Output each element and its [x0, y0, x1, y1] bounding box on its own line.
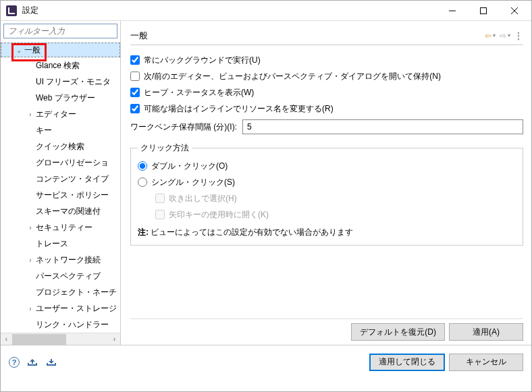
help-icon[interactable]: ? — [9, 357, 20, 368]
hover-select-checkbox — [155, 194, 165, 203]
scroll-left-icon[interactable]: ‹ — [1, 334, 12, 345]
restore-defaults-button[interactable]: デフォルトを復元(D) — [351, 323, 445, 341]
double-click-radio[interactable] — [138, 161, 147, 171]
apply-button[interactable]: 適用(A) — [449, 323, 523, 341]
tree-item-label: Web ブラウザー — [36, 92, 95, 104]
page-title: 一般 — [130, 30, 485, 42]
tree-item[interactable]: Glance 検索 — [1, 57, 120, 74]
scroll-right-icon[interactable]: › — [109, 334, 120, 345]
note-text: 注: ビューによってはこの設定が有効でない場合があります — [138, 227, 516, 238]
tree-item-label: プロジェクト・ネーチ — [36, 287, 117, 298]
tree-item[interactable]: ›ネットワーク接続 — [1, 252, 120, 268]
title-bar: 設定 — [1, 1, 531, 21]
footer: ? 適用して閉じる キャンセル — [1, 345, 531, 379]
import-icon[interactable] — [26, 358, 38, 367]
single-click-label: シングル・クリック(S) — [151, 177, 235, 188]
tree-item-label: グローバリゼーショ — [36, 157, 109, 169]
back-icon[interactable]: ⇦▾ — [485, 31, 496, 40]
inline-rename-label: 可能な場合はインラインでリソース名を変更する(R) — [144, 103, 334, 115]
cancel-button[interactable]: キャンセル — [449, 354, 523, 371]
scrollbar-thumb[interactable] — [12, 334, 66, 345]
tree-item[interactable]: ›セキュリティー — [1, 219, 120, 235]
expander-icon[interactable]: ⌄ — [15, 47, 23, 54]
tree-item-label: エディター — [36, 109, 76, 120]
tree-item[interactable]: スキーマの関連付 — [1, 203, 120, 219]
export-icon[interactable] — [45, 358, 57, 367]
minimize-button[interactable] — [437, 1, 468, 21]
app-icon — [6, 5, 17, 16]
tree-item[interactable]: ›エディター — [1, 106, 120, 122]
tree-item-label: 一般 — [24, 45, 41, 56]
tree-item[interactable]: UI フリーズ・モニタ — [1, 74, 120, 90]
interval-label: ワークベンチ保存間隔 (分)(I): — [130, 121, 237, 133]
tree-item-label: ネットワーク接続 — [36, 254, 101, 266]
tree-item-label: パースペクティブ — [36, 271, 101, 282]
tree-item[interactable]: リンク・ハンドラー — [1, 316, 120, 333]
close-button[interactable] — [499, 1, 530, 21]
arrow-open-checkbox — [155, 210, 165, 219]
single-click-radio[interactable] — [138, 177, 147, 187]
tree-item-label: Glance 検索 — [36, 60, 80, 72]
tree-item-label: トレース — [36, 238, 68, 250]
apply-close-button[interactable]: 適用して閉じる — [369, 354, 445, 371]
hover-select-label: 吹き出しで選択(H) — [169, 193, 237, 204]
maximize-button[interactable] — [468, 1, 499, 21]
tree-item-label: キー — [36, 125, 52, 136]
tree-item-label: リンク・ハンドラー — [36, 319, 109, 331]
tree-item[interactable]: コンテンツ・タイプ — [1, 171, 120, 187]
heap-checkbox[interactable] — [130, 88, 140, 97]
menu-icon[interactable]: ⋮ — [514, 31, 523, 40]
tree-item[interactable]: パースペクティブ — [1, 268, 120, 284]
window-title: 設定 — [22, 5, 437, 16]
reopen-label: 次/前のエディター、ビューおよびパースペクティブ・ダイアログを開いて保持(N) — [144, 71, 441, 82]
tree[interactable]: ⌄一般Glance 検索UI フリーズ・モニタWeb ブラウザー›エディターキー… — [1, 41, 120, 333]
expander-icon[interactable]: › — [26, 224, 34, 231]
tree-item-label: コンテンツ・タイプ — [36, 173, 109, 185]
filter-container — [3, 24, 117, 38]
svg-rect-1 — [481, 7, 487, 13]
tree-item-label: セキュリティー — [36, 222, 92, 233]
tree-item-label: UI フリーズ・モニタ — [36, 76, 111, 88]
expander-icon[interactable]: › — [26, 256, 34, 264]
expander-icon[interactable]: › — [26, 305, 34, 312]
filter-input[interactable] — [3, 24, 117, 38]
tree-item[interactable]: キー — [1, 122, 120, 138]
inline-rename-checkbox[interactable] — [130, 104, 140, 113]
click-method-legend: クリック方法 — [138, 142, 192, 154]
click-method-group: クリック方法 ダブル・クリック(O) シングル・クリック(S) 吹き出しで選択(… — [130, 142, 523, 246]
heap-label: ヒープ・ステータスを表示(W) — [144, 87, 254, 99]
tree-item-label: サービス・ポリシー — [36, 190, 109, 201]
tree-item[interactable]: Web ブラウザー — [1, 90, 120, 106]
horizontal-scrollbar[interactable]: ‹ › — [1, 333, 120, 345]
arrow-open-label: 矢印キーの使用時に開く(K) — [169, 209, 269, 221]
tree-item[interactable]: サービス・ポリシー — [1, 187, 120, 203]
double-click-label: ダブル・クリック(O) — [151, 161, 228, 172]
reopen-checkbox[interactable] — [130, 72, 140, 81]
tree-item-label: クイック検索 — [36, 141, 84, 152]
tree-item[interactable]: ›ユーザー・ストレージ — [1, 300, 120, 316]
tree-item-label: スキーマの関連付 — [36, 206, 101, 217]
interval-input[interactable] — [242, 119, 523, 134]
expander-icon[interactable]: › — [26, 111, 34, 118]
tree-item[interactable]: グローバリゼーショ — [1, 155, 120, 171]
forward-icon[interactable]: ⇨▾ — [500, 31, 510, 40]
tree-item[interactable]: クイック検索 — [1, 138, 120, 155]
tree-item[interactable]: トレース — [1, 235, 120, 252]
background-label: 常にバックグラウンドで実行(U) — [144, 55, 261, 66]
background-checkbox[interactable] — [130, 55, 140, 65]
tree-item[interactable]: ⌄一般 — [1, 43, 120, 57]
tree-item[interactable]: プロジェクト・ネーチ — [1, 284, 120, 300]
content-pane: 一般 ⇦▾ ⇨▾ ⋮ 常にバックグラウンドで実行(U) 次/前のエディター、ビュ… — [121, 21, 531, 345]
tree-item-label: ユーザー・ストレージ — [36, 303, 117, 314]
sidebar: ⌄一般Glance 検索UI フリーズ・モニタWeb ブラウザー›エディターキー… — [1, 21, 121, 345]
